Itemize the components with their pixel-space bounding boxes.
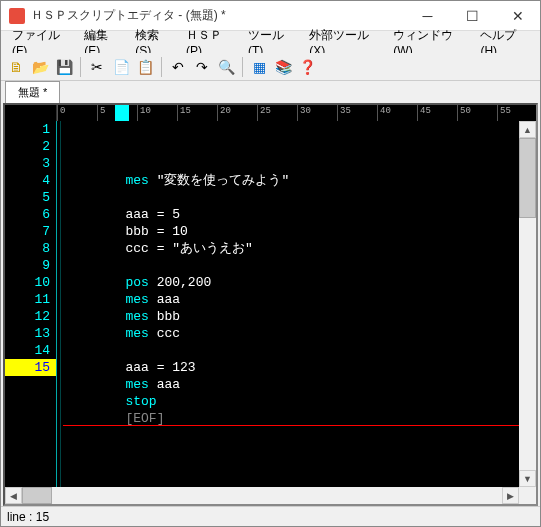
app-icon	[9, 8, 25, 24]
code-line[interactable]: aaa = 123	[63, 359, 519, 376]
help-icon[interactable]: ❓	[296, 56, 318, 78]
horizontal-scrollbar[interactable]: ◀ ▶	[5, 487, 536, 504]
hscroll-thumb[interactable]	[22, 487, 52, 504]
code-line[interactable]	[63, 189, 519, 206]
status-line-label: line :	[7, 510, 32, 524]
line-number: 14	[5, 342, 56, 359]
code-line[interactable]: mes aaa	[63, 291, 519, 308]
ruler-tick: 45	[417, 105, 433, 121]
new-file-icon[interactable]: 🗎	[5, 56, 27, 78]
line-number: 2	[5, 138, 56, 155]
open-file-icon[interactable]: 📂	[29, 56, 51, 78]
ruler-tick: 55	[497, 105, 513, 121]
line-number: 8	[5, 240, 56, 257]
vertical-scrollbar[interactable]: ▲ ▼	[519, 121, 536, 487]
ruler-tick: 25	[257, 105, 273, 121]
code-line[interactable]: [EOF]	[63, 410, 519, 426]
line-number: 11	[5, 291, 56, 308]
line-number-gutter: 123456789101112131415	[5, 121, 57, 487]
code-line[interactable]: aaa = 5	[63, 206, 519, 223]
ruler-tick: 40	[377, 105, 393, 121]
line-number: 7	[5, 223, 56, 240]
scroll-down-icon[interactable]: ▼	[519, 470, 536, 487]
ruler: 0510152025303540455055	[5, 105, 536, 121]
ruler-tick: 50	[457, 105, 473, 121]
search-icon[interactable]: 🔍	[215, 56, 237, 78]
line-number: 1	[5, 121, 56, 138]
save-file-icon[interactable]: 💾	[53, 56, 75, 78]
line-number: 3	[5, 155, 56, 172]
ruler-cursor-mark	[115, 105, 129, 121]
compile-icon[interactable]: 📚	[272, 56, 294, 78]
editor-frame: 0510152025303540455055 12345678910111213…	[3, 103, 538, 506]
code-line[interactable]: mes aaa	[63, 376, 519, 393]
editor-body[interactable]: 123456789101112131415 mes "変数を使ってみよう" aa…	[5, 121, 536, 487]
line-number: 15	[5, 359, 56, 376]
scroll-up-icon[interactable]: ▲	[519, 121, 536, 138]
status-line-number: 15	[36, 510, 49, 524]
menubar: ファイル(F) 編集(E) 検索(S) ＨＳＰ(P) ツール(T) 外部ツール(…	[1, 31, 540, 53]
scroll-right-icon[interactable]: ▶	[502, 487, 519, 504]
ruler-tick: 10	[137, 105, 153, 121]
line-number: 5	[5, 189, 56, 206]
ruler-tick: 30	[297, 105, 313, 121]
code-line[interactable]: ccc = "あいうえお"	[63, 240, 519, 257]
line-number: 9	[5, 257, 56, 274]
line-number: 10	[5, 274, 56, 291]
ruler-tick: 35	[337, 105, 353, 121]
redo-icon[interactable]: ↷	[191, 56, 213, 78]
vscroll-thumb[interactable]	[519, 138, 536, 218]
paste-icon[interactable]: 📋	[134, 56, 156, 78]
toolbar: 🗎 📂 💾 ✂ 📄 📋 ↶ ↷ 🔍 ▦ 📚 ❓	[1, 53, 540, 81]
ruler-tick: 5	[97, 105, 107, 121]
line-number: 4	[5, 172, 56, 189]
ruler-tick: 20	[217, 105, 233, 121]
code-line[interactable]: pos 200,200	[63, 274, 519, 291]
line-number: 12	[5, 308, 56, 325]
code-line[interactable]: mes ccc	[63, 325, 519, 342]
tab-untitled[interactable]: 無題 *	[5, 81, 60, 103]
cut-icon[interactable]: ✂	[86, 56, 108, 78]
code-line[interactable]: stop	[63, 393, 519, 410]
line-number: 6	[5, 206, 56, 223]
line-number: 13	[5, 325, 56, 342]
undo-icon[interactable]: ↶	[167, 56, 189, 78]
code-area[interactable]: mes "変数を使ってみよう" aaa = 5 bbb = 10 ccc = "…	[57, 121, 519, 487]
copy-icon[interactable]: 📄	[110, 56, 132, 78]
code-line[interactable]	[63, 342, 519, 359]
code-line[interactable]	[63, 257, 519, 274]
code-line[interactable]: mes bbb	[63, 308, 519, 325]
code-line[interactable]: mes "変数を使ってみよう"	[63, 172, 519, 189]
run-icon[interactable]: ▦	[248, 56, 270, 78]
tabbar: 無題 *	[1, 81, 540, 103]
ruler-tick: 15	[177, 105, 193, 121]
ruler-tick: 0	[57, 105, 67, 121]
statusbar: line : 15	[1, 506, 540, 526]
window-title: ＨＳＰスクリプトエディタ - (無題) *	[31, 7, 405, 24]
scroll-left-icon[interactable]: ◀	[5, 487, 22, 504]
code-line[interactable]: bbb = 10	[63, 223, 519, 240]
